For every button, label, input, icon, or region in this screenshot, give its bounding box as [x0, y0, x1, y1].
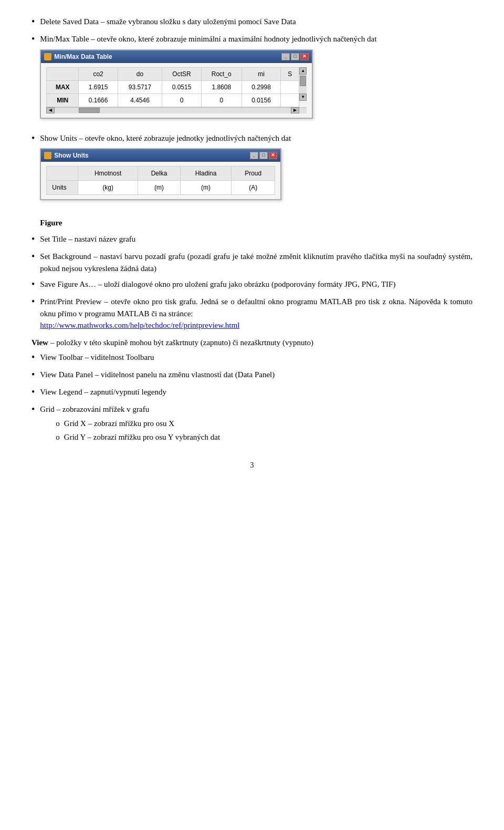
- bullet-dot: •: [32, 131, 35, 146]
- units-minimize-button[interactable]: _: [250, 152, 258, 159]
- figure-section: • Figure • Set Title – nastaví název gra…: [32, 217, 472, 331]
- minmax-dialog: Min/Max Data Table _ □ ✕: [40, 49, 313, 119]
- scroll-down-arrow[interactable]: ▼: [299, 94, 307, 101]
- col-roct-o: Roct_o: [201, 67, 242, 80]
- max-roct-o: 1.8608: [201, 80, 242, 94]
- dialog-app-icon: [44, 53, 51, 60]
- row-label-max: MAX: [47, 80, 79, 94]
- bullet-grid: • Grid – zobrazování mřížek v grafu o Gr…: [32, 403, 472, 445]
- minimize-button[interactable]: _: [281, 53, 290, 60]
- bullet-dot: •: [32, 295, 35, 309]
- scrollbar-thumb[interactable]: [79, 108, 100, 113]
- close-button[interactable]: ✕: [300, 53, 309, 60]
- bullet-dot: •: [32, 250, 35, 264]
- set-title-text: Set Title – nastaví název grafu: [40, 233, 472, 245]
- save-figure-text: Save Figure As… – uloží dialogové okno p…: [40, 278, 472, 290]
- scrollbar-track: [63, 108, 282, 113]
- view-intro-line: View – položky v této skupině mohou být …: [32, 337, 472, 349]
- scroll-right-arrow[interactable]: ▶: [291, 107, 299, 113]
- bullet-show-units: • Show Units – otevře okno, které zobraz…: [32, 132, 472, 210]
- col-s: S: [281, 67, 299, 80]
- figure-label-text: Figure: [40, 217, 64, 229]
- units-close-button[interactable]: ✕: [269, 152, 277, 159]
- minmax-table: co2 do OctSR Roct_o mi S MAX: [46, 67, 299, 107]
- units-val-delka: (m): [138, 181, 180, 195]
- min-octsr: 0: [162, 94, 202, 107]
- scroll-up-arrow[interactable]: ▲: [299, 67, 307, 75]
- table-wrapper: co2 do OctSR Roct_o mi S MAX: [46, 67, 307, 107]
- bullet-dot: •: [32, 32, 35, 46]
- min-do: 4.4546: [118, 94, 162, 107]
- figure-keyword: Figure: [40, 219, 62, 227]
- print-preview-text: Print/Print Preview – otevře okno pro ti…: [40, 296, 472, 331]
- max-s: [281, 80, 299, 94]
- grid-sub-list: o Grid X – zobrazí mřížku pro osu X o Gr…: [40, 418, 472, 443]
- bullet-print-preview: • Print/Print Preview – otevře okno pro …: [32, 296, 472, 331]
- units-header-row: Hmotnost Delka Hladina Proud: [47, 167, 275, 181]
- set-background-text: Set Background – nastaví barvu pozadí gr…: [40, 251, 472, 274]
- matlab-link[interactable]: http://www.mathworks.com/help/techdoc/re…: [40, 321, 239, 329]
- units-table: Hmotnost Delka Hladina Proud Units (kg) …: [46, 166, 275, 195]
- units-val-hladina: (m): [181, 181, 232, 195]
- scroll-thumb[interactable]: [300, 76, 306, 86]
- titlebar-left: Min/Max Data Table: [44, 52, 112, 61]
- bullet-text-units: Show Units – otevře okno, které zobrazuj…: [40, 132, 472, 210]
- row-label-min: MIN: [47, 94, 79, 107]
- table-row-min: MIN 0.1666 4.4546 0 0 0.0156: [47, 94, 299, 107]
- units-titlebar-left: Show Units: [44, 151, 88, 160]
- max-do: 93.5717: [118, 80, 162, 94]
- minmax-content: co2 do OctSR Roct_o mi S MAX: [41, 63, 312, 118]
- units-val-hmotnost: (kg): [78, 181, 138, 195]
- bullet-dot: •: [32, 402, 35, 417]
- dialog-controls[interactable]: _ □ ✕: [281, 53, 309, 60]
- units-val-proud: (A): [232, 181, 275, 195]
- bullet-set-title: • Set Title – nastaví název grafu: [32, 233, 472, 246]
- page-number: 3: [32, 461, 472, 470]
- view-toolbar-text: View Toolbar – viditelnost Toolbaru: [40, 351, 472, 364]
- dialog-app-icon-units: [44, 152, 51, 159]
- maximize-button[interactable]: □: [291, 53, 299, 60]
- sub-dot: o: [56, 418, 60, 430]
- bullet-view-legend: • View Legend – zapnutí/vypnutí legendy: [32, 386, 472, 399]
- bullet-text-delete: Delete Saved Data – smaže vybranou složk…: [40, 16, 472, 28]
- grid-y-text: Grid Y – zobrazí mřížku pro osu Y vybran…: [64, 431, 220, 443]
- bullet-text-minmax: Min/Max Table – otevře okno, které zobra…: [40, 33, 472, 128]
- bullet-minmax-table: • Min/Max Table – otevře okno, které zob…: [32, 33, 472, 128]
- units-col-proud: Proud: [232, 167, 275, 181]
- units-content: Hmotnost Delka Hladina Proud Units (kg) …: [41, 162, 280, 199]
- view-data-panel-text: View Data Panel – viditelnost panelu na …: [40, 369, 472, 381]
- units-titlebar: Show Units _ □ ✕: [41, 149, 280, 162]
- bullet-dot: •: [32, 232, 35, 246]
- view-keyword: View: [32, 337, 48, 349]
- min-mi: 0.0156: [242, 94, 281, 107]
- units-col-delka: Delka: [138, 167, 180, 181]
- grid-text: Grid – zobrazování mřížek v grafu o Grid…: [40, 403, 472, 445]
- bullet-save-figure: • Save Figure As… – uloží dialogové okno…: [32, 278, 472, 292]
- grid-x-text: Grid X – zobrazí mřížku pro osu X: [64, 418, 174, 430]
- max-mi: 0.2998: [242, 80, 281, 94]
- units-col-hladina: Hladina: [181, 167, 232, 181]
- bullet-dot: •: [32, 385, 35, 399]
- col-co2: co2: [79, 67, 118, 80]
- bullet-view-toolbar: • View Toolbar – viditelnost Toolbaru: [32, 351, 472, 365]
- bullet-view-data-panel: • View Data Panel – viditelnost panelu n…: [32, 369, 472, 382]
- units-maximize-button[interactable]: □: [259, 152, 268, 159]
- min-s: [281, 94, 299, 107]
- view-section: View – položky v této skupině mohou být …: [32, 337, 472, 445]
- table-row-max: MAX 1.6915 93.5717 0.0515 1.8608 0.2998: [47, 80, 299, 94]
- units-dialog-title: Show Units: [54, 151, 88, 160]
- sub-dot: o: [56, 431, 60, 443]
- figure-label-item: • Figure: [32, 217, 472, 230]
- figure-bullet-list: • Figure • Set Title – nastaví název gra…: [32, 217, 472, 331]
- units-dialog-controls[interactable]: _ □ ✕: [250, 152, 277, 159]
- bullet-dot: •: [32, 277, 35, 292]
- table-header-row: co2 do OctSR Roct_o mi S: [47, 67, 299, 80]
- bullet-dot: •: [32, 368, 35, 382]
- scroll-left-arrow[interactable]: ◀: [46, 107, 55, 113]
- sub-bullet-grid-y: o Grid Y – zobrazí mřížku pro osu Y vybr…: [56, 431, 472, 443]
- vertical-scrollbar[interactable]: ▲ ▼: [299, 67, 307, 101]
- view-intro-text: – položky v této skupině mohou být zaškr…: [50, 337, 313, 349]
- col-octsr: OctSR: [162, 67, 202, 80]
- max-co2: 1.6915: [79, 80, 118, 94]
- horizontal-scrollbar[interactable]: ◀ ▶: [46, 107, 307, 113]
